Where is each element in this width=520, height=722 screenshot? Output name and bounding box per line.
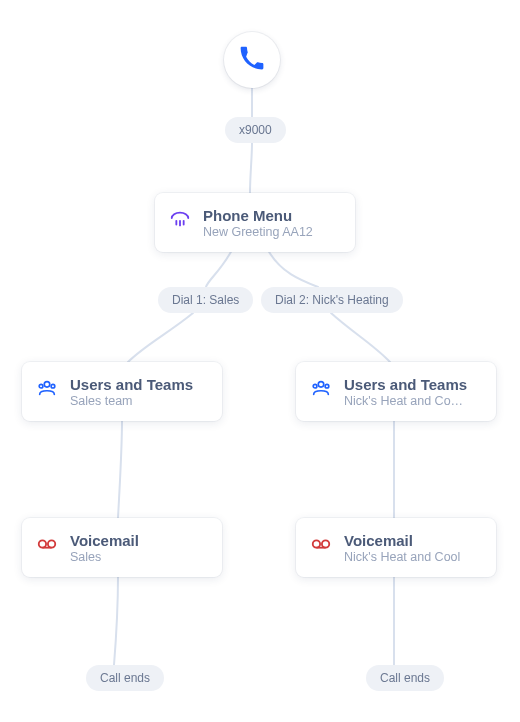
extension-tag[interactable]: x9000 [225, 117, 286, 143]
extension-label: x9000 [239, 123, 272, 137]
ivr-icon [169, 208, 191, 234]
svg-point-3 [44, 382, 50, 388]
svg-point-4 [39, 384, 43, 388]
svg-point-8 [325, 384, 329, 388]
svg-point-10 [48, 540, 55, 547]
team-icon [310, 377, 332, 403]
svg-point-6 [318, 382, 324, 388]
node-subtitle: Nick's Heat and Cool [344, 550, 460, 564]
users-teams-node-left[interactable]: Users and Teams Sales team [22, 362, 222, 421]
svg-point-9 [39, 540, 46, 547]
branch-label: Dial 1: Sales [172, 293, 239, 307]
svg-point-7 [313, 384, 317, 388]
phone-menu-title: Phone Menu [203, 207, 313, 224]
end-label: Call ends [380, 671, 430, 685]
end-tag-left: Call ends [86, 665, 164, 691]
users-teams-node-right[interactable]: Users and Teams Nick's Heat and Co… [296, 362, 496, 421]
branch-label: Dial 2: Nick's Heating [275, 293, 389, 307]
node-subtitle: Sales [70, 550, 139, 564]
node-title: Voicemail [70, 532, 139, 549]
end-tag-right: Call ends [366, 665, 444, 691]
node-subtitle: Nick's Heat and Co… [344, 394, 467, 408]
svg-point-5 [51, 384, 55, 388]
node-title: Users and Teams [344, 376, 467, 393]
phone-icon [239, 45, 265, 75]
branch-pill-left[interactable]: Dial 1: Sales [158, 287, 253, 313]
flow-connectors [0, 0, 520, 722]
phone-menu-subtitle: New Greeting AA12 [203, 225, 313, 239]
node-subtitle: Sales team [70, 394, 193, 408]
voicemail-icon [310, 533, 332, 559]
phone-menu-node[interactable]: Phone Menu New Greeting AA12 [155, 193, 355, 252]
node-title: Users and Teams [70, 376, 193, 393]
branch-pill-right[interactable]: Dial 2: Nick's Heating [261, 287, 403, 313]
start-node[interactable] [224, 32, 280, 88]
voicemail-node-left[interactable]: Voicemail Sales [22, 518, 222, 577]
svg-point-13 [322, 540, 329, 547]
voicemail-icon [36, 533, 58, 559]
end-label: Call ends [100, 671, 150, 685]
node-title: Voicemail [344, 532, 460, 549]
team-icon [36, 377, 58, 403]
voicemail-node-right[interactable]: Voicemail Nick's Heat and Cool [296, 518, 496, 577]
svg-point-12 [313, 540, 320, 547]
